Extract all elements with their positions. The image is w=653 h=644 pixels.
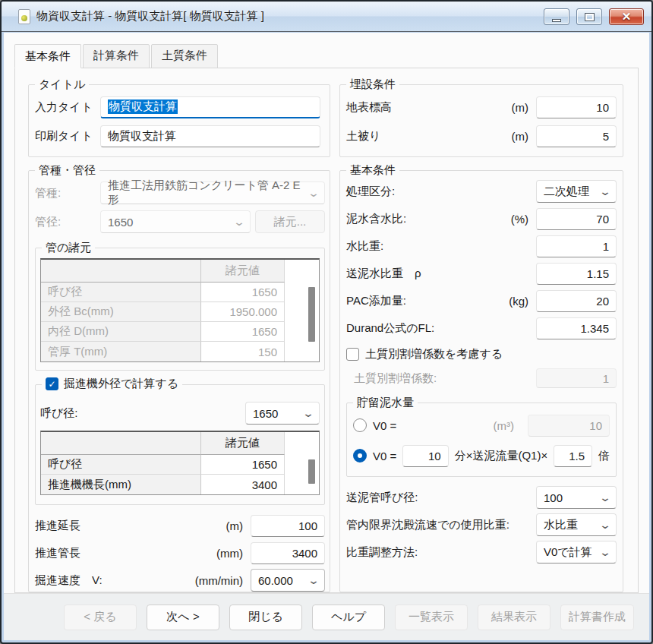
list-view-button[interactable]: 一覧表示 [395,605,468,630]
specs-button[interactable]: 諸元... [255,210,325,233]
pac-amount-label: PAC添加量: [346,294,406,308]
spec-row-value[interactable]: 1650 [201,455,285,475]
spec-row-value: 150 [201,342,285,361]
soil-factor-field[interactable]: 1 [536,368,617,388]
v0-formula-label: V0 = [373,450,396,462]
maximize-button[interactable] [576,8,602,25]
treatment-dropdown[interactable]: 二次処理 ⌄ [536,180,617,203]
soil-factor-checkbox-label: 土質別割増係数を考慮する [365,347,503,361]
spec-row-label: 管厚 T(mm) [41,342,201,361]
spec-row-value[interactable]: 3400 [201,475,285,494]
v0-fixed-radio[interactable] [353,418,367,432]
spec-header-value: 諸元値 [201,432,285,455]
drive-length-label: 推進延長 [35,519,80,533]
spec-row-label: 呼び径 [41,455,201,475]
spec-row-value: 1950.000 [201,302,285,322]
pipe-specs-group: 管の諸元 諸元値 呼び径 1650 外径 Bc(mm) 1950.000 内径 … [35,248,325,371]
durand-fl-field[interactable]: 1.345 [536,317,617,339]
drive-length-field[interactable]: 100 [251,515,325,537]
maximize-icon [585,14,594,21]
minimize-button[interactable] [544,8,569,25]
close-dialog-button[interactable]: 閉じる [229,605,302,630]
input-title-label: 入力タイト [35,100,100,115]
pipe-length-label: 推進管長 [35,546,80,560]
v0-multiplier-field[interactable]: 1.5 [554,445,592,467]
dialog-client-area: 基本条件 計算条件 土質条件 タイトル 入力タイト 物質収支計算 印刷タ [4,33,649,640]
v0-fixed-field[interactable]: 10 [528,415,610,437]
pac-amount-field[interactable]: 20 [536,290,617,312]
water-content-field[interactable]: 70 [536,208,617,230]
machine-od-checkbox[interactable]: ✓ [46,377,58,390]
pipe-type-label: 管種: [35,186,100,200]
machine-od-group: ✓ 掘進機外径で計算する 呼び径: 1650 ⌄ 諸元値 [35,384,325,505]
v0-fixed-unit: (m³) [494,419,514,432]
slurry-gravity-label: 送泥水比重 ρ [346,267,421,281]
footer-button-bar: < 戻る 次へ > 閉じる ヘルプ 一覧表示 結果表示 計算書作成 [4,593,649,640]
pipe-length-field[interactable]: 3400 [251,542,325,564]
pac-amount-unit: (kg) [509,295,528,308]
treatment-label: 処理区分: [346,185,395,199]
help-button[interactable]: ヘルプ [312,605,385,630]
slurry-pipe-diameter-label: 送泥管呼び径: [346,491,418,505]
next-button[interactable]: 次へ > [147,605,219,630]
drive-length-unit: (m) [226,519,244,532]
dialog-window: 物資収支計算 - 物質収支計算[ 物質収支計算 ] ✕ 基本条件 計算条件 土質… [0,0,653,644]
v0-formula-middle-label: 分×送泥流量(Q1)× [455,449,548,463]
pipe-length-unit: (mm) [216,547,243,560]
v0-formula-radio[interactable] [353,449,367,462]
back-button[interactable]: < 戻る [64,605,137,630]
soil-factor-checkbox[interactable] [346,348,359,361]
chevron-down-icon: ⌄ [233,216,245,228]
water-gravity-label: 水比重: [346,239,383,254]
tab-soil-conditions[interactable]: 土質条件 [151,44,218,68]
tab-page-basic: タイトル 入力タイト 物質収支計算 印刷タイト 物質収支計算 [14,68,639,593]
soil-factor-label: 土質別割増係数: [346,371,437,386]
table-scrollbar-thumb[interactable] [308,287,315,342]
chevron-down-icon: ⌄ [599,185,611,197]
title-group-caption: タイトル [35,77,89,92]
pipe-diameter-label: 管径: [35,215,100,229]
table-scrollbar-thumb[interactable] [308,459,315,484]
gravity-adjustment-label: 比重調整方法: [346,545,418,560]
burial-group-caption: 埋設条件 [346,77,399,92]
excavation-speed-combobox[interactable]: 60.000 ⌄ [251,569,325,592]
slurry-gravity-field[interactable]: 1.15 [536,263,617,285]
chevron-down-icon: ⌄ [599,519,611,531]
v0-fixed-label: V0 = [373,419,396,432]
durand-fl-label: Durand公式のFL: [346,321,434,336]
pipe-diameter-dropdown[interactable]: 1650 ⌄ [100,210,251,233]
input-title-selected-text: 物質収支計算 [108,99,178,114]
gravity-adjustment-dropdown[interactable]: V0で計算 ⌄ [536,541,617,564]
tab-calculation-conditions[interactable]: 計算条件 [83,44,150,68]
spec-header-value: 諸元値 [201,260,285,283]
v0-minutes-field[interactable]: 10 [402,445,448,467]
chevron-down-icon: ⌄ [599,491,611,504]
chevron-down-icon: ⌄ [599,546,611,558]
water-gravity-field[interactable]: 1 [536,235,617,257]
machine-diameter-dropdown[interactable]: 1650 ⌄ [245,402,320,425]
burial-conditions-group: 埋設条件 地表標高 (m) 10 土被り (m) 5 [339,84,623,157]
excavation-speed-label: 掘進速度 V: [35,573,103,588]
earth-cover-field[interactable]: 5 [536,125,617,147]
basic-conditions-group: 基本条件 処理区分: 二次処理 ⌄ 泥水含水比: (%) 70 [339,170,623,592]
ground-elevation-field[interactable]: 10 [536,96,617,118]
storage-volume-group: 貯留泥水量 V0 = (m³) 10 V0 = 10 分×送泥流量(Q1)× [346,402,617,477]
ground-elevation-label: 地表標高 [346,100,392,115]
close-button[interactable]: ✕ [609,8,644,25]
basic-group-caption: 基本条件 [346,163,399,178]
pipe-type-dropdown[interactable]: 推進工法用鉄筋コンクリート管 A-2 E形 ⌄ [100,182,325,204]
title-bar[interactable]: 物資収支計算 - 物質収支計算[ 物質収支計算 ] ✕ [2,2,651,32]
close-icon: ✕ [622,10,632,24]
print-title-label: 印刷タイト [35,129,100,144]
tab-basic-conditions[interactable]: 基本条件 [14,44,81,68]
input-title-field[interactable]: 物質収支計算 [100,96,320,118]
print-title-field[interactable]: 物質収支計算 [100,125,320,147]
storage-group-caption: 貯留泥水量 [353,396,418,410]
slurry-pipe-diameter-dropdown[interactable]: 100 ⌄ [536,486,617,509]
v0-formula-suffix-label: 倍 [598,449,610,463]
water-content-label: 泥水含水比: [346,212,406,226]
critical-velocity-gravity-dropdown[interactable]: 水比重 ⌄ [536,513,617,536]
report-create-button[interactable]: 計算書作成 [560,605,634,630]
pipe-type-group-caption: 管種・管径 [35,163,99,178]
results-view-button[interactable]: 結果表示 [478,605,550,630]
